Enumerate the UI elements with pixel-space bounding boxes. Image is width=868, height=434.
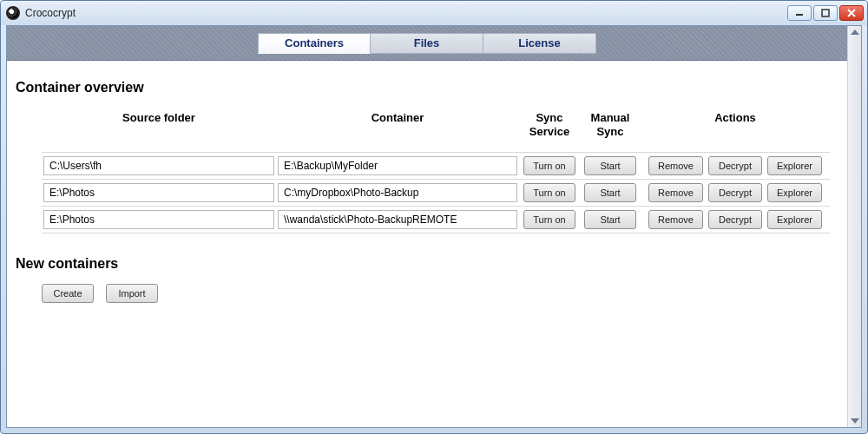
- remove-button[interactable]: Remove: [648, 156, 703, 175]
- window-title: Crococrypt: [25, 7, 787, 19]
- col-container: Container: [276, 108, 519, 152]
- source-path-input[interactable]: [43, 183, 274, 202]
- turn-on-button[interactable]: Turn on: [523, 156, 575, 175]
- start-button[interactable]: Start: [584, 156, 636, 175]
- import-button[interactable]: Import: [106, 284, 158, 303]
- client-inner: Containers Files License Container overv…: [7, 26, 847, 427]
- maximize-button[interactable]: [813, 5, 838, 21]
- titlebar[interactable]: Crococrypt: [1, 1, 867, 25]
- overview-heading: Container overview: [16, 80, 838, 95]
- remove-button[interactable]: Remove: [648, 210, 703, 229]
- source-path-input[interactable]: [43, 210, 274, 229]
- decrypt-button[interactable]: Decrypt: [708, 156, 762, 175]
- window-controls: [787, 5, 864, 21]
- content-panel: Container overview Source folder Contain…: [7, 61, 847, 427]
- app-window: Crococrypt Containers Files License: [0, 0, 868, 434]
- col-source: Source folder: [42, 108, 276, 152]
- table-row: Turn on Start Remove Decrypt Explorer: [42, 179, 830, 206]
- explorer-button[interactable]: Explorer: [767, 183, 822, 202]
- source-path-input[interactable]: [43, 156, 274, 175]
- container-path-input[interactable]: [278, 156, 517, 175]
- minimize-button[interactable]: [787, 5, 812, 21]
- tab-files[interactable]: Files: [371, 33, 483, 54]
- nav-tabs: Containers Files License: [258, 33, 596, 54]
- col-sync-service: Sync Service: [519, 108, 580, 152]
- decrypt-button[interactable]: Decrypt: [708, 210, 762, 229]
- vertical-scrollbar[interactable]: [847, 26, 861, 427]
- table-row: Turn on Start Remove Decrypt Explorer: [42, 206, 830, 233]
- explorer-button[interactable]: Explorer: [767, 156, 822, 175]
- col-manual-sync: Manual Sync: [580, 108, 641, 152]
- container-path-input[interactable]: [278, 183, 517, 202]
- tab-containers[interactable]: Containers: [258, 33, 371, 54]
- turn-on-button[interactable]: Turn on: [523, 183, 575, 202]
- svg-rect-1: [822, 10, 829, 16]
- containers-table: Source folder Container Sync Service Man…: [42, 108, 830, 233]
- nav-strip: Containers Files License: [7, 26, 847, 61]
- decrypt-button[interactable]: Decrypt: [708, 183, 762, 202]
- col-actions: Actions: [641, 108, 830, 152]
- close-button[interactable]: [839, 5, 864, 21]
- start-button[interactable]: Start: [584, 183, 636, 202]
- tab-license[interactable]: License: [483, 33, 596, 54]
- create-button[interactable]: Create: [42, 284, 94, 303]
- table-row: Turn on Start Remove Decrypt Explorer: [42, 152, 830, 179]
- new-containers-heading: New containers: [16, 256, 838, 272]
- client-area: Containers Files License Container overv…: [6, 25, 862, 428]
- new-containers-actions: Create Import: [42, 284, 838, 303]
- remove-button[interactable]: Remove: [648, 183, 703, 202]
- app-icon: [6, 6, 20, 20]
- explorer-button[interactable]: Explorer: [767, 210, 822, 229]
- container-path-input[interactable]: [278, 210, 517, 229]
- start-button[interactable]: Start: [584, 210, 636, 229]
- turn-on-button[interactable]: Turn on: [523, 210, 575, 229]
